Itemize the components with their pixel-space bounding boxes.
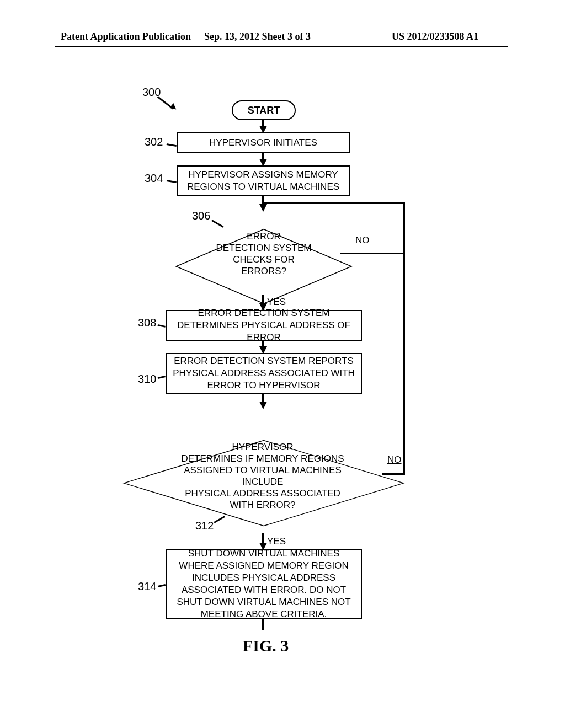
header-left: Patent Application Publication [61,31,191,42]
arrowhead-300 [169,103,178,112]
no-306-h [340,253,404,254]
callout-306 [211,220,223,227]
ref-306-label: 306 [192,210,210,222]
ref-314-label: 314 [138,580,156,593]
ref-310-label: 310 [138,373,156,386]
step-302-text: HYPERVISOR INITIATES [209,137,317,149]
no-label-306: NO [355,235,370,246]
step-304-box: HYPERVISOR ASSIGNS MEMORY REGIONS TO VIR… [177,165,350,196]
yes-label-306: YES [267,297,286,308]
header-right: US 2012/0233508 A1 [392,31,478,42]
arrowhead-310-312 [259,402,267,409]
decision-312-text: HYPERVISORDETERMINES IF MEMORY REGIONSAS… [163,441,362,511]
ref-302-label: 302 [145,136,163,148]
flowchart: 300 START HYPERVISOR INITIATES 302 HYPER… [0,77,565,673]
step-308-box: ERROR DETECTION SYSTEM DETERMINES PHYSIC… [166,310,362,341]
callout-302 [167,143,177,147]
arrowhead-304-306 [259,204,267,212]
no-label-312: NO [387,454,402,465]
ref-308-label: 308 [138,317,156,329]
step-314-text: SHUT DOWN VIRTUAL MACHINES WHERE ASSIGNE… [171,548,356,620]
figure-label: FIG. 3 [243,636,289,655]
callout-308 [158,324,166,327]
start-terminator: START [232,100,296,120]
step-310-box: ERROR DETECTION SYSTEM REPORTS PHYSICAL … [166,353,362,394]
callout-314 [158,584,166,587]
callout-310 [158,376,166,378]
no-312-v [403,253,405,474]
step-304-text: HYPERVISOR ASSIGNS MEMORY REGIONS TO VIR… [182,169,344,193]
patent-page: Patent Application Publication Sep. 13, … [0,0,565,728]
start-label: START [248,105,280,116]
step-314-box: SHUT DOWN VIRTUAL MACHINES WHERE ASSIGNE… [166,549,362,619]
no-312-h [382,473,405,475]
step-310-text: ERROR DETECTION SYSTEM REPORTS PHYSICAL … [171,355,356,392]
loop-merge-h [263,202,405,204]
header-rule [55,46,508,47]
ref-304-label: 304 [145,172,163,185]
ref-312-label: 312 [195,520,214,532]
step-308-text: ERROR DETECTION SYSTEM DETERMINES PHYSIC… [171,307,356,344]
yes-label-312: YES [267,536,286,547]
callout-304 [167,180,177,183]
no-306-v [403,202,405,254]
decision-306-text: ERRORDETECTION SYSTEMCHECKS FORERRORS? [215,231,312,277]
step-302-box: HYPERVISOR INITIATES [177,132,350,153]
callout-312 [214,516,225,523]
header-center: Sep. 13, 2012 Sheet 3 of 3 [204,31,311,42]
arrow-314-exit [262,619,264,630]
